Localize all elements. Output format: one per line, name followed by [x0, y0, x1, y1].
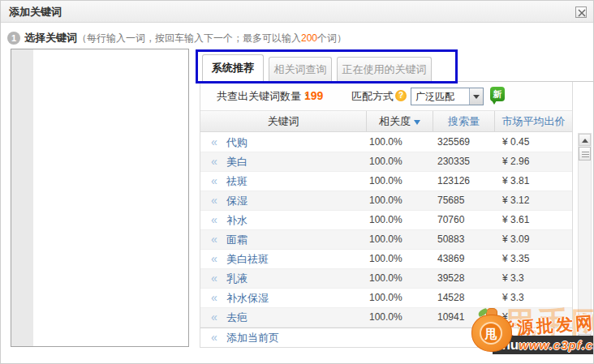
- match-type-label: 匹配方式: [351, 82, 394, 110]
- keyword-link[interactable]: 保湿: [226, 191, 248, 210]
- add-keyword-chevron-icon[interactable]: «: [211, 269, 217, 288]
- table-row[interactable]: « 美白 100.0% 230335 ¥ 2.96: [200, 152, 572, 172]
- scrollbar-up-icon[interactable]: [579, 134, 591, 146]
- help-icon[interactable]: ?: [395, 90, 407, 101]
- relevance-value: 100.0%: [369, 191, 402, 210]
- price-value: ¥ 3.81: [502, 172, 529, 191]
- keyword-input-box: [11, 49, 189, 347]
- price-value: ¥: [502, 308, 508, 327]
- table-row[interactable]: « 去疤 100.0% 10941 ¥: [200, 308, 572, 328]
- tab-related-query[interactable]: 相关词查询: [269, 57, 332, 81]
- add-keyword-chevron-icon[interactable]: «: [211, 289, 217, 307]
- table-footer: « 添加当前页: [200, 328, 572, 347]
- price-value: ¥ 3.3: [502, 269, 524, 288]
- keyword-input[interactable]: [33, 49, 188, 346]
- add-keyword-chevron-icon[interactable]: «: [211, 191, 217, 210]
- triangle-up-icon: [582, 139, 588, 143]
- step-hint-suffix: 个词）: [317, 32, 346, 45]
- price-value: ¥ 3.3: [502, 289, 524, 307]
- table-header: 关键词 相关度 搜索量 市场平均出价: [200, 111, 572, 132]
- add-keyword-chevron-icon[interactable]: «: [211, 172, 217, 191]
- tab-system-recommend[interactable]: 系统推荐: [202, 54, 264, 82]
- volume-value: 10941: [437, 308, 464, 327]
- table-row[interactable]: « 补水 100.0% 70760 ¥ 3.61: [200, 211, 572, 230]
- chevron-down-icon: [473, 95, 480, 99]
- scrollbar-thumb[interactable]: [579, 147, 591, 161]
- add-keyword-chevron-icon[interactable]: «: [211, 308, 217, 327]
- step-hint-prefix: （每行输入一词，按回车输入下一个；最多可以输入: [77, 32, 301, 45]
- triangle-down-icon: [582, 339, 588, 343]
- volume-value: 14528: [437, 289, 464, 307]
- relevance-value: 100.0%: [369, 269, 402, 288]
- price-value: ¥ 3.09: [502, 230, 529, 249]
- volume-value: 75685: [437, 191, 464, 210]
- relevance-value: 100.0%: [369, 230, 402, 249]
- price-value: ¥ 3.61: [502, 211, 529, 229]
- keyword-link[interactable]: 去疤: [226, 308, 248, 327]
- price-value: ¥ 2.96: [502, 152, 529, 171]
- table-scrollbar[interactable]: [578, 133, 592, 347]
- volume-value: 70760: [437, 211, 464, 229]
- tab-keywords-in-use[interactable]: 正在使用的关键词: [337, 57, 432, 81]
- price-value: ¥ 0.45: [502, 133, 529, 152]
- keyword-link[interactable]: 美白祛斑: [226, 250, 269, 268]
- keyword-link[interactable]: 代购: [226, 133, 248, 152]
- relevance-value: 100.0%: [369, 133, 402, 152]
- grip-icon: [582, 152, 589, 152]
- keyword-count-value: 199: [304, 82, 323, 110]
- add-keyword-chevron-icon[interactable]: «: [211, 250, 217, 268]
- dropdown-button[interactable]: [469, 88, 483, 105]
- table-row[interactable]: « 乳液 100.0% 39528 ¥ 3.3: [200, 269, 572, 289]
- keyword-link[interactable]: 美白: [226, 152, 248, 171]
- header-relevance[interactable]: 相关度: [366, 111, 433, 131]
- dialog-title: 添加关键词: [9, 1, 62, 23]
- table-row[interactable]: « 代购 100.0% 325569 ¥ 0.45: [200, 133, 572, 152]
- step-number-badge: 1: [7, 32, 20, 45]
- scrollbar-down-icon[interactable]: [579, 334, 591, 346]
- tab-label: 系统推荐: [212, 62, 254, 74]
- relevance-value: 100.0%: [369, 172, 402, 191]
- keyword-link[interactable]: 面霜: [226, 230, 248, 249]
- header-avg-price[interactable]: 市场平均出价: [494, 111, 572, 131]
- step-label: 选择关键词: [24, 31, 77, 45]
- table-row[interactable]: « 美白祛斑 100.0% 43869 ¥ 3.35: [200, 250, 572, 269]
- volume-value: 123126: [437, 172, 470, 191]
- header-keyword: 关键词: [200, 111, 366, 131]
- new-badge: 新: [490, 87, 505, 101]
- match-type-value: 广泛匹配: [415, 88, 454, 105]
- table-row[interactable]: « 祛斑 100.0% 123126 ¥ 3.81: [200, 172, 572, 191]
- header-volume[interactable]: 搜索量: [433, 111, 494, 131]
- volume-value: 325569: [437, 133, 470, 152]
- relevance-value: 100.0%: [369, 152, 402, 171]
- add-keyword-chevron-icon[interactable]: «: [211, 328, 217, 347]
- header-relevance-label: 相关度: [379, 115, 411, 127]
- tab-label: 正在使用的关键词: [342, 63, 427, 75]
- table-row[interactable]: « 补水保湿 100.0% 14528 ¥ 3.3: [200, 289, 572, 308]
- add-keywords-dialog: 添加关键词 1 选择关键词 （每行输入一词，按回车输入下一个；最多可以输入 20…: [0, 0, 594, 364]
- keyword-link[interactable]: 补水保湿: [226, 289, 269, 307]
- step-row: 1 选择关键词 （每行输入一词，按回车输入下一个；最多可以输入 200 个词）: [7, 31, 346, 45]
- volume-value: 39528: [437, 269, 464, 288]
- keyword-link[interactable]: 乳液: [226, 269, 248, 288]
- table-row[interactable]: « 面霜 100.0% 50883 ¥ 3.09: [200, 230, 572, 250]
- match-type-select[interactable]: 广泛匹配: [411, 88, 484, 105]
- add-keyword-chevron-icon[interactable]: «: [211, 230, 217, 249]
- keyword-results-panel: 共查出关键词数量： 199 匹配方式 ? 广泛匹配 新 关键词 相关度 搜索量 …: [200, 82, 573, 348]
- keyword-input-gutter: [11, 49, 33, 346]
- sort-desc-icon: [414, 120, 420, 125]
- add-current-page-link[interactable]: 添加当前页: [226, 328, 279, 347]
- filter-row: 共查出关键词数量： 199 匹配方式 ? 广泛匹配 新: [200, 82, 572, 111]
- table-row[interactable]: « 保湿 100.0% 75685 ¥ 3.12: [200, 191, 572, 211]
- close-icon[interactable]: [575, 6, 587, 18]
- price-value: ¥ 3.35: [502, 250, 529, 268]
- keyword-link[interactable]: 祛斑: [226, 172, 248, 191]
- volume-value: 43869: [437, 250, 464, 268]
- relevance-value: 100.0%: [369, 289, 402, 307]
- step-hint-count: 200: [301, 32, 317, 44]
- add-keyword-chevron-icon[interactable]: «: [211, 152, 217, 171]
- add-keyword-chevron-icon[interactable]: «: [211, 133, 217, 152]
- tab-label: 相关词查询: [274, 63, 327, 75]
- title-bar: 添加关键词: [1, 1, 593, 23]
- keyword-link[interactable]: 补水: [226, 211, 248, 229]
- add-keyword-chevron-icon[interactable]: «: [211, 211, 217, 229]
